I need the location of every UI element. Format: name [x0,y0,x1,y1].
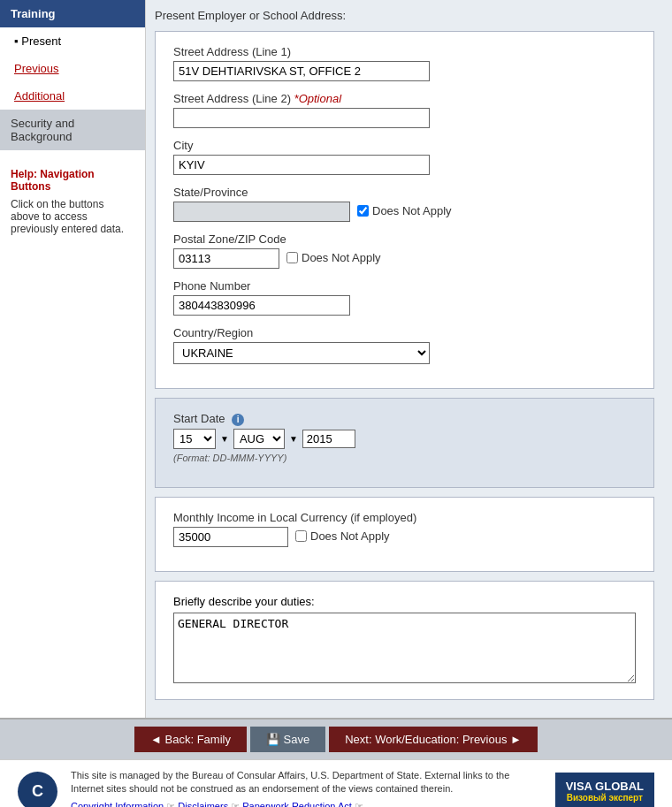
state-group: State/Province Does Not Apply [173,186,636,222]
sidebar-item-present[interactable]: Present [0,27,145,55]
visa-logo-line2: Визовый эксперт [566,793,644,803]
zip-group: Postal Zone/ZIP Code Does Not Apply [173,232,636,269]
bottom-links: Copyright Information ☞ Disclaimers ☞ Pa… [71,800,542,807]
sidebar-item-additional[interactable]: Additional [0,82,145,110]
city-label: City [173,139,636,152]
bottom-text-area: This site is managed by the Bureau of Co… [71,769,542,807]
zip-label: Postal Zone/ZIP Code [173,232,636,246]
street1-label: Street Address (Line 1) [173,45,636,58]
state-dna-checkbox[interactable] [357,205,369,217]
country-label: Country/Region [173,326,636,339]
start-date-group: Start Date i 15 ▼ AUG ▼ [173,412,636,463]
duties-label: Briefly describe your duties: [173,595,636,608]
sidebar-item-security[interactable]: Security and Background [0,110,145,150]
save-icon: 💾 [266,733,280,746]
visa-global-logo: VISA GLOBAL Визовый эксперт [555,773,654,807]
visa-logo-line1: VISA GLOBAL [566,780,644,793]
zip-dna-checkbox[interactable] [286,252,298,263]
income-row: Does Not Apply [173,527,636,547]
main-area: Training Present Previous Additional Sec… [0,0,672,718]
phone-label: Phone Number [173,279,636,293]
income-input[interactable] [173,527,288,547]
income-group: Monthly Income in Local Currency (if emp… [173,511,636,547]
paperwork-link[interactable]: Paperwork Reduction Act [242,801,352,807]
day-select[interactable]: 15 [173,429,216,449]
disclaimers-link[interactable]: Disclaimers [178,801,228,807]
duties-panel: Briefly describe your duties: GENERAL DI… [155,581,654,700]
footer-nav: ◄ Back: Family 💾 Save Next: Work/Educati… [0,718,672,759]
sidebar-item-training[interactable]: Training [0,0,145,27]
copyright-link[interactable]: Copyright Information [71,801,164,807]
date-row: 15 ▼ AUG ▼ [173,429,636,449]
state-input[interactable] [173,202,350,222]
duties-textarea[interactable]: GENERAL DIRECTOR [173,613,636,683]
country-select[interactable]: UKRAINE UNITED STATES RUSSIA GERMANY FRA… [173,342,430,364]
street2-group: Street Address (Line 2) *Optional [173,92,636,128]
zip-row: Does Not Apply [173,248,636,269]
year-input[interactable] [302,430,355,448]
start-date-label: Start Date i [173,412,636,426]
sidebar-item-previous[interactable]: Previous [0,55,145,82]
help-title: Help: Navigation Buttons [11,168,134,193]
phone-group: Phone Number [173,279,636,316]
bottom-body-text: This site is managed by the Bureau of Co… [71,769,542,796]
day-dropdown-icon: ▼ [220,434,229,444]
start-date-panel: Start Date i 15 ▼ AUG ▼ [155,398,654,488]
save-button[interactable]: 💾 Save [250,727,325,752]
month-select[interactable]: AUG [233,429,285,449]
content-area: Present Employer or School Address: Stre… [146,0,672,718]
sidebar: Training Present Previous Additional Sec… [0,0,146,718]
income-panel: Monthly Income in Local Currency (if emp… [155,497,654,572]
date-format-hint: (Format: DD-MMM-YYYY) [173,453,636,463]
state-row: Does Not Apply [173,202,636,222]
content-inner: Present Employer or School Address: Stre… [146,0,672,718]
help-description: Click on the buttons above to access pre… [11,198,134,235]
zip-input[interactable] [173,248,279,269]
address-form-panel: Street Address (Line 1) Street Address (… [155,31,654,389]
phone-input[interactable] [173,295,350,316]
section-title: Present Employer or School Address: [155,9,654,22]
month-dropdown-icon: ▼ [289,434,298,444]
page-wrapper: Training Present Previous Additional Sec… [0,0,672,807]
bottom-bar: C This site is managed by the Bureau of … [0,759,672,807]
street1-input[interactable] [173,61,430,81]
state-dna-label[interactable]: Does Not Apply [357,204,452,217]
seal-logo: C [18,772,57,807]
city-group: City [173,139,636,175]
income-label: Monthly Income in Local Currency (if emp… [173,511,636,524]
street2-label: Street Address (Line 2) *Optional [173,92,636,105]
back-button[interactable]: ◄ Back: Family [134,727,247,752]
city-input[interactable] [173,155,430,175]
next-button[interactable]: Next: Work/Education: Previous ► [329,727,538,752]
income-dna-checkbox[interactable] [295,530,307,542]
street1-group: Street Address (Line 1) [173,45,636,81]
state-label: State/Province [173,186,636,199]
country-group: Country/Region UKRAINE UNITED STATES RUS… [173,326,636,364]
zip-dna-label[interactable]: Does Not Apply [286,251,381,264]
income-dna-label[interactable]: Does Not Apply [295,529,390,543]
start-date-info-icon: i [232,414,244,426]
street2-input[interactable] [173,108,430,128]
help-box: Help: Navigation Buttons Click on the bu… [0,159,145,244]
